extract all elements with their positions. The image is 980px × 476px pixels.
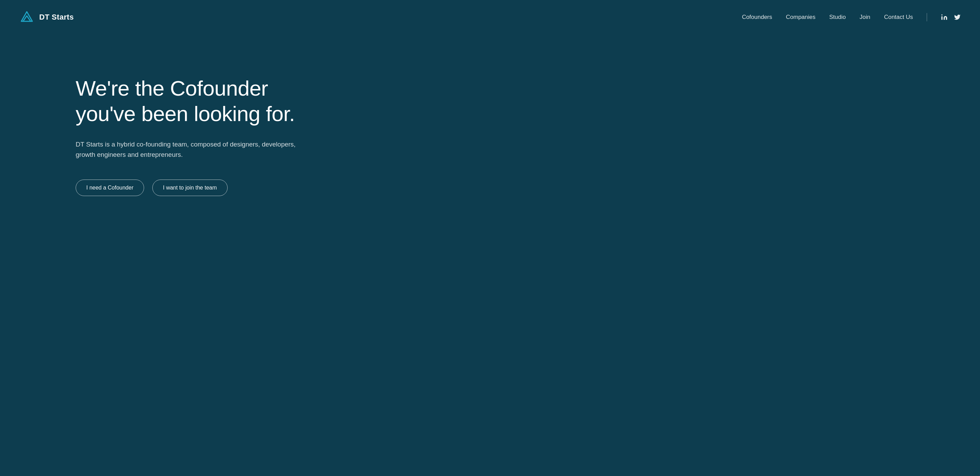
hero-subtitle: DT Starts is a hybrid co-founding team, … (76, 139, 309, 160)
hero-section: We're the Cofounder you've been looking … (0, 34, 337, 224)
nav-link-companies[interactable]: Companies (786, 14, 816, 21)
twitter-icon[interactable] (954, 14, 961, 21)
nav-link-contact[interactable]: Contact Us (884, 14, 913, 21)
nav-link-cofounders[interactable]: Cofounders (742, 14, 772, 21)
cofounder-button[interactable]: I need a Cofounder (76, 180, 144, 196)
logo-text: DT Starts (39, 13, 74, 22)
hero-title: We're the Cofounder you've been looking … (76, 76, 318, 127)
logo-icon (19, 10, 34, 25)
nav-divider (927, 13, 927, 21)
logo[interactable]: DT Starts (19, 10, 74, 25)
svg-point-1 (942, 14, 942, 16)
social-links (941, 14, 961, 21)
hero-buttons: I need a Cofounder I want to join the te… (76, 180, 318, 196)
linkedin-icon[interactable] (941, 14, 948, 21)
navbar: DT Starts Cofounders Companies Studio Jo… (0, 0, 980, 34)
join-team-button[interactable]: I want to join the team (152, 180, 228, 196)
nav-link-studio[interactable]: Studio (829, 14, 846, 21)
nav-links: Cofounders Companies Studio Join Contact… (742, 13, 961, 21)
nav-link-join[interactable]: Join (860, 14, 870, 21)
